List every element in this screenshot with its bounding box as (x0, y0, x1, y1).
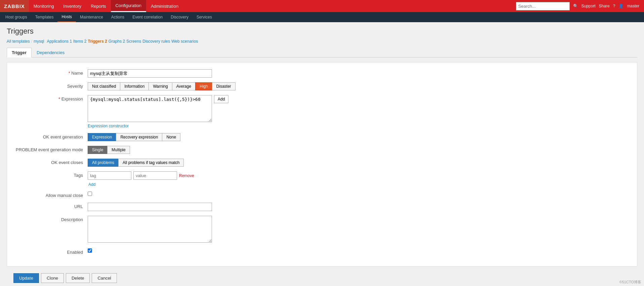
form-row-tags: Tags Remove Add (14, 171, 630, 187)
ok-event-gen-group: Expression Recovery expression None (88, 133, 630, 141)
expression-add-button[interactable]: Add (214, 95, 228, 103)
ok-event-expression[interactable]: Expression (88, 133, 116, 141)
ok-event-closes-label: OK event closes (14, 159, 88, 165)
update-button[interactable]: Update (13, 273, 39, 283)
top-nav-right: 🔍 Support Share ? 👤 master (516, 2, 644, 10)
breadcrumb-items[interactable]: Items 2 (73, 39, 86, 44)
url-input[interactable] (88, 203, 212, 211)
nav-inventory[interactable]: Inventory (59, 0, 86, 12)
form-row-url: URL (14, 203, 630, 211)
tab-trigger[interactable]: Trigger (7, 48, 32, 57)
form-row-ok-event-closes: OK event closes All problems All problem… (14, 159, 630, 167)
enabled-field (88, 248, 630, 254)
subnav-templates[interactable]: Templates (31, 12, 58, 22)
allow-manual-close-checkbox[interactable] (88, 192, 92, 196)
tag-value-input[interactable] (133, 171, 177, 180)
problem-event-mode-field: Single Multiple (88, 146, 630, 154)
nav-reports[interactable]: Reports (86, 0, 111, 12)
tag-input[interactable] (88, 171, 131, 180)
breadcrumb-mysql[interactable]: mysql (34, 39, 44, 44)
problem-event-multiple[interactable]: Multiple (107, 146, 130, 154)
top-nav-items: Monitoring Inventory Reports Configurati… (29, 0, 516, 12)
subnav-event-correlation[interactable]: Event correlation (128, 12, 167, 22)
subnav-actions[interactable]: Actions (107, 12, 128, 22)
user-icon[interactable]: 👤 (618, 4, 624, 8)
add-tag-wrap: Add (88, 182, 630, 187)
sub-navigation: Host groups Templates Hosts Maintenance … (0, 12, 644, 22)
share-link[interactable]: Share (599, 4, 610, 8)
severity-not-classified[interactable]: Not classified (88, 82, 120, 90)
search-icon[interactable]: 🔍 (573, 4, 578, 8)
cancel-button[interactable]: Cancel (92, 273, 117, 283)
delete-button[interactable]: Delete (66, 273, 90, 283)
form-row-name: Name (14, 69, 630, 78)
expression-textarea[interactable]: {mysql:mysql.status[status].last({,5})}>… (88, 95, 212, 122)
severity-group: Not classified Information Warning Avera… (88, 82, 630, 90)
breadcrumb-graphs[interactable]: Graphs 2 (109, 39, 125, 44)
severity-warning[interactable]: Warning (148, 82, 172, 90)
logo[interactable]: ZABBIX (0, 0, 29, 12)
name-label: Name (14, 69, 88, 76)
tags-field: Remove Add (88, 171, 630, 187)
page-title: Triggers (7, 27, 637, 36)
help-icon[interactable]: ? (613, 4, 615, 8)
breadcrumb-sep1: / (31, 39, 32, 44)
subnav-maintenance[interactable]: Maintenance (76, 12, 107, 22)
breadcrumb-web-scenarios[interactable]: Web scenarios (171, 39, 198, 44)
ok-event-none[interactable]: None (162, 133, 180, 141)
breadcrumb-discovery-rules[interactable]: Discovery rules (142, 39, 170, 44)
nav-administration[interactable]: Administration (146, 0, 183, 12)
expression-field: {mysql:mysql.status[status].last({,5})}>… (88, 95, 630, 128)
enabled-checkbox[interactable] (88, 248, 92, 253)
subnav-host-groups[interactable]: Host groups (1, 12, 31, 22)
breadcrumb-all-templates[interactable]: All templates (7, 39, 30, 44)
ok-event-closes-field: All problems All problems if tag values … (88, 159, 630, 167)
form-row-expression: Expression {mysql:mysql.status[status].l… (14, 95, 630, 128)
severity-high[interactable]: High (195, 82, 212, 90)
top-navigation: ZABBIX Monitoring Inventory Reports Conf… (0, 0, 644, 12)
ok-event-recovery-expression[interactable]: Recovery expression (116, 133, 162, 141)
form-row-ok-event-gen: OK event generation Expression Recovery … (14, 133, 630, 141)
watermark: ©51CTO博客 (619, 280, 641, 285)
severity-field: Not classified Information Warning Avera… (88, 82, 630, 90)
search-input[interactable] (516, 2, 570, 10)
tags-wrap: Remove Add (88, 171, 630, 187)
support-link[interactable]: Support (582, 4, 596, 8)
severity-information[interactable]: Information (120, 82, 149, 90)
expression-wrap: {mysql:mysql.status[status].last({,5})}>… (88, 95, 630, 122)
logo-text: ZABBIX (4, 3, 25, 9)
description-textarea[interactable] (88, 216, 212, 243)
bottom-buttons: Update Clone Delete Cancel (7, 273, 637, 283)
subnav-discovery[interactable]: Discovery (167, 12, 192, 22)
expression-constructor-link[interactable]: Expression constructor (88, 124, 129, 128)
remove-tag-link[interactable]: Remove (179, 173, 194, 178)
form-row-severity: Severity Not classified Information Warn… (14, 82, 630, 90)
problem-event-mode-group: Single Multiple (88, 146, 630, 154)
form-section: Name Severity Not classified Information… (7, 62, 637, 267)
tag-row-1: Remove (88, 171, 630, 180)
breadcrumb: All templates / mysql Applications 1 Ite… (7, 39, 637, 44)
ok-event-gen-field: Expression Recovery expression None (88, 133, 630, 141)
nav-monitoring[interactable]: Monitoring (29, 0, 59, 12)
url-field (88, 203, 630, 211)
ok-event-gen-label: OK event generation (14, 133, 88, 139)
breadcrumb-applications[interactable]: Applications 1 (47, 39, 72, 44)
tab-dependencies[interactable]: Dependencies (32, 48, 70, 57)
breadcrumb-screens[interactable]: Screens (126, 39, 141, 44)
name-input[interactable] (88, 69, 212, 78)
severity-average[interactable]: Average (172, 82, 196, 90)
description-field (88, 216, 630, 244)
ok-event-closes-all[interactable]: All problems (88, 159, 119, 167)
severity-disaster[interactable]: Disaster (212, 82, 235, 90)
nav-configuration[interactable]: Configuration (111, 0, 146, 12)
problem-event-single[interactable]: Single (88, 146, 108, 154)
subnav-services[interactable]: Services (192, 12, 216, 22)
subnav-hosts[interactable]: Hosts (57, 12, 76, 22)
ok-event-closes-tag[interactable]: All problems if tag values match (118, 159, 184, 167)
clone-button[interactable]: Clone (41, 273, 64, 283)
add-tag-link[interactable]: Add (88, 182, 95, 187)
form-row-enabled: Enabled (14, 248, 630, 255)
allow-manual-close-label: Allow manual close (14, 192, 88, 198)
name-field (88, 69, 630, 78)
tags-label: Tags (14, 171, 88, 178)
